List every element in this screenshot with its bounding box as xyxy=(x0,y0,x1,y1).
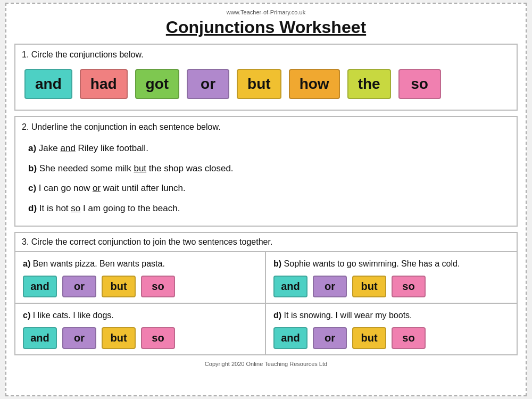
small-word-box-but[interactable]: but xyxy=(352,276,386,297)
word-box-so[interactable]: so xyxy=(398,69,441,99)
section-2-header: 2. Underline the conjunction in each sen… xyxy=(22,122,510,132)
sentence-item: a) Jake and Riley like football. xyxy=(22,138,510,159)
sentence-item: d) It is hot so I am going to the beach. xyxy=(22,198,510,219)
small-word-box-and[interactable]: and xyxy=(23,327,57,349)
small-word-box-and[interactable]: and xyxy=(273,276,307,297)
small-word-box-or[interactable]: or xyxy=(62,276,96,297)
cell-text: b) Sophie wants to go swimming. She has … xyxy=(273,257,509,270)
section-1: 1. Circle the conjunctions below. andhad… xyxy=(14,44,518,111)
word-box-how[interactable]: how xyxy=(289,69,340,99)
section3-cell-b: b) Sophie wants to go swimming. She has … xyxy=(266,252,517,304)
small-word-box-but[interactable]: but xyxy=(102,276,136,297)
word-box-but[interactable]: but xyxy=(237,69,281,99)
section3-cell-a: a) Ben wants pizza. Ben wants pasta.ando… xyxy=(15,252,266,304)
word-box-or[interactable]: or xyxy=(187,69,229,99)
cell-word-boxes: andorbutso xyxy=(273,276,509,297)
cell-word-boxes: andorbutso xyxy=(23,276,257,297)
sentence-item: c) I can go now or wait until after lunc… xyxy=(22,178,510,198)
small-word-box-so[interactable]: so xyxy=(141,276,175,297)
cell-text: d) It is snowing. I will wear my boots. xyxy=(273,309,509,322)
small-word-box-or[interactable]: or xyxy=(62,327,96,349)
word-box-got[interactable]: got xyxy=(135,69,180,99)
word-box-had[interactable]: had xyxy=(80,69,128,99)
small-word-box-or[interactable]: or xyxy=(313,276,347,297)
page: www.Teacher-of-Primary.co.uk Conjunction… xyxy=(5,3,527,396)
section3-cell-c: c) I like cats. I like dogs.andorbutso xyxy=(15,304,266,354)
cell-text: c) I like cats. I like dogs. xyxy=(23,309,257,322)
section-3: 3. Circle the correct conjunction to joi… xyxy=(14,232,518,355)
word-box-the[interactable]: the xyxy=(347,69,391,99)
section-2: 2. Underline the conjunction in each sen… xyxy=(14,116,518,227)
small-word-box-and[interactable]: and xyxy=(23,276,57,297)
section-1-header: 1. Circle the conjunctions below. xyxy=(22,50,510,60)
section-2-sentences: a) Jake and Riley like football.b) She n… xyxy=(22,136,510,220)
small-word-box-or[interactable]: or xyxy=(313,327,347,349)
small-word-box-so[interactable]: so xyxy=(392,327,426,349)
section-3-header: 3. Circle the correct conjunction to joi… xyxy=(15,233,517,252)
small-word-box-and[interactable]: and xyxy=(273,327,307,349)
sentence-item: b) She needed some milk but the shop was… xyxy=(22,159,510,179)
small-word-box-so[interactable]: so xyxy=(392,276,426,297)
small-word-box-so[interactable]: so xyxy=(141,327,175,349)
word-box-and[interactable]: and xyxy=(24,69,72,99)
cell-word-boxes: andorbutso xyxy=(273,327,509,349)
small-word-box-but[interactable]: but xyxy=(102,327,136,349)
cell-word-boxes: andorbutso xyxy=(23,327,257,349)
website-url: www.Teacher-of-Primary.co.uk xyxy=(14,9,518,15)
small-word-box-but[interactable]: but xyxy=(352,327,386,349)
section3-cell-d: d) It is snowing. I will wear my boots.a… xyxy=(266,304,517,354)
page-title: Conjunctions Worksheet xyxy=(14,18,518,37)
section-1-word-boxes: andhadgotorbuthowtheso xyxy=(22,64,510,104)
cell-text: a) Ben wants pizza. Ben wants pasta. xyxy=(23,257,257,270)
section-3-grid: a) Ben wants pizza. Ben wants pasta.ando… xyxy=(15,252,517,354)
copyright: Copyright 2020 Online Teaching Resources… xyxy=(14,361,518,367)
